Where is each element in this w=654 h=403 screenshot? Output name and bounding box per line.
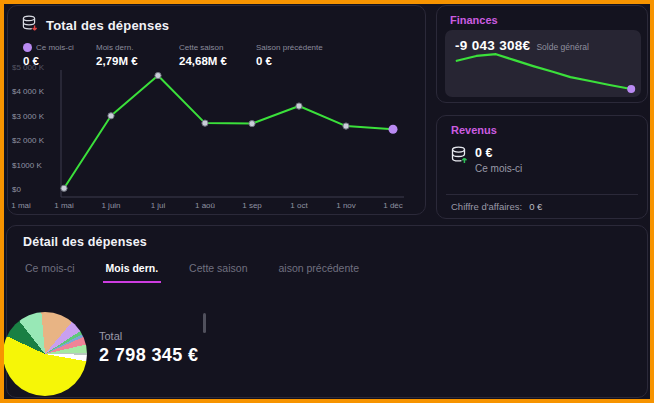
detail-title: Détail des dépenses: [23, 235, 147, 249]
total-label: Total: [99, 330, 199, 342]
svg-text:1 nov: 1 nov: [336, 201, 356, 210]
coins-revenue-icon: [451, 146, 468, 169]
app-window: Total des dépenses Ce mois-ci0 €Mois der…: [0, 0, 654, 403]
expenses-panel: Total des dépenses Ce mois-ci0 €Mois der…: [7, 5, 426, 215]
balance-value: -9 043 308€: [455, 38, 530, 53]
svg-text:1 juin: 1 juin: [101, 201, 120, 210]
current-month-dot: [23, 43, 32, 52]
turnover-value: 0 €: [529, 201, 542, 212]
svg-text:1 déc: 1 déc: [383, 201, 403, 210]
revenue-period: Ce mois-ci: [475, 163, 522, 174]
finances-panel: Finances -9 043 308€ Solde général: [436, 5, 648, 103]
svg-text:1 oct: 1 oct: [290, 201, 308, 210]
revenue-title: Revenus: [437, 116, 647, 136]
svg-text:$0: $0: [12, 185, 21, 194]
svg-text:$5 000 K: $5 000 K: [12, 64, 45, 72]
turnover-label: Chiffre d'affaires:: [451, 201, 522, 212]
svg-text:1 aoû: 1 aoû: [195, 201, 215, 210]
legend-scrollbar[interactable]: [203, 313, 206, 333]
stat-label: Mois dern.: [96, 43, 133, 52]
detail-tab[interactable]: aison précédente: [275, 262, 362, 283]
svg-text:1 jui: 1 jui: [151, 201, 166, 210]
expenses-header: Total des dépenses: [8, 6, 425, 36]
stat-label: Saison précédente: [256, 43, 323, 52]
svg-text:1 sep: 1 sep: [242, 201, 262, 210]
balance-card[interactable]: -9 043 308€ Solde général: [445, 30, 641, 97]
finances-title: Finances: [437, 6, 647, 26]
svg-text:$3 000 K: $3 000 K: [12, 112, 45, 121]
stat-label: Cette saison: [179, 43, 223, 52]
balance-label: Solde général: [536, 42, 588, 52]
expense-pie-chart[interactable]: [3, 312, 87, 396]
balance-sparkline-chart: [445, 52, 641, 96]
detail-tab[interactable]: Mois dern.: [103, 262, 162, 283]
total-block: Total 2 798 345 €: [99, 330, 199, 366]
expense-detail-panel: Détail des dépenses Ce mois-ciMois dern.…: [6, 225, 648, 398]
detail-tab[interactable]: Ce mois-ci: [22, 262, 78, 283]
expenses-line-chart: $0$1000 K$2 000 K$3 000 K$4 000 K$5 000 …: [8, 64, 427, 214]
svg-text:1 mai: 1 mai: [11, 201, 31, 210]
svg-text:$4 000 K: $4 000 K: [12, 87, 45, 96]
divider: [446, 194, 638, 195]
stat-label: Ce mois-ci: [36, 43, 74, 52]
turnover-row: Chiffre d'affaires:0 €: [451, 201, 542, 212]
total-value: 2 798 345 €: [99, 345, 199, 366]
svg-text:$2 000 K: $2 000 K: [12, 136, 45, 145]
svg-text:1 mai: 1 mai: [54, 201, 74, 210]
revenue-panel: Revenus 0 € Ce mois-ci Chiffre d'affaire: [436, 115, 648, 219]
detail-tabs: Ce mois-ciMois dern.Cette saisonaison pr…: [22, 262, 647, 283]
coins-expense-icon: [22, 15, 38, 36]
svg-text:$1000 K: $1000 K: [12, 161, 42, 170]
expenses-title: Total des dépenses: [46, 18, 169, 33]
revenue-amount: 0 €: [475, 146, 522, 160]
detail-tab[interactable]: Cette saison: [186, 262, 250, 283]
